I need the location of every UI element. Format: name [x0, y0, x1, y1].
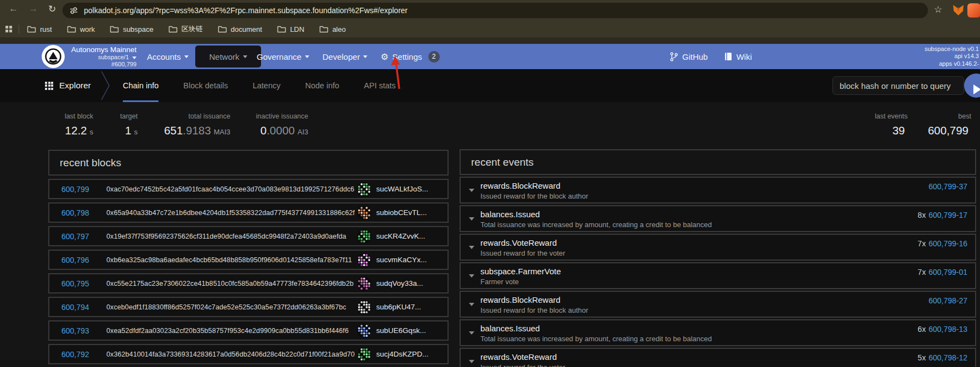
site-settings-icon[interactable] — [70, 7, 78, 14]
event-count: 6x — [917, 325, 926, 334]
event-block-link[interactable]: 600,799-37 — [928, 182, 967, 191]
expand-caret-icon[interactable] — [469, 189, 474, 192]
apps-grid-icon[interactable] — [5, 26, 12, 32]
block-author[interactable]: sudqVoy33a... — [376, 279, 441, 287]
browser-back-icon[interactable]: ← — [9, 3, 18, 14]
block-number-link[interactable]: 600,792 — [61, 350, 92, 359]
bookmark-item[interactable]: subspace — [110, 25, 154, 33]
browser-profile-avatar[interactable] — [967, 3, 980, 18]
expand-caret-icon[interactable] — [469, 331, 474, 335]
bookmark-star-icon[interactable]: ☆ — [934, 4, 942, 15]
summary-stat: inactive issuance 0.0000AI3 — [256, 112, 308, 137]
explorer-tab[interactable]: API stats — [364, 69, 396, 102]
recent-blocks-title: recent blocks — [60, 157, 121, 169]
author-identicon[interactable] — [357, 300, 371, 314]
event-name: subspace.FarmerVote — [480, 267, 561, 276]
explorer-tab[interactable]: Latency — [253, 69, 281, 102]
author-identicon[interactable] — [357, 206, 371, 220]
expand-caret-icon[interactable] — [469, 274, 474, 278]
block-number-link[interactable]: 600,798 — [61, 208, 92, 217]
block-number-link[interactable]: 600,793 — [61, 326, 92, 335]
address-bar[interactable]: polkadot.js.org/apps/?rpc=wss%3A%2F%2Frp… — [63, 3, 928, 18]
nav-network-label: Network — [209, 52, 239, 61]
block-author[interactable]: sucj4DsKZPD... — [376, 350, 441, 358]
stat-value: 651 — [164, 124, 183, 137]
browser-forward-icon[interactable]: → — [29, 3, 38, 14]
event-block-link[interactable]: 600,799-01 — [928, 268, 967, 276]
event-block-link[interactable]: 600,799-17 — [928, 211, 967, 219]
block-hash: 0xac70edc7452b5c42a5fd01fcaac4b054ccee3d… — [106, 185, 354, 193]
chevron-down-icon — [305, 55, 309, 58]
expand-caret-icon[interactable] — [469, 246, 474, 249]
bookmark-item[interactable]: 区块链 — [168, 24, 203, 34]
event-name: rewards.VoteReward — [480, 238, 557, 247]
block-author[interactable]: sucWALkfJoS... — [376, 185, 441, 193]
event-block-link[interactable]: 600,798-12 — [928, 353, 967, 362]
block-author[interactable]: subiobCEvTL... — [376, 208, 441, 217]
block-author[interactable]: subUE6Gqsk... — [376, 326, 441, 335]
stat-label: inactive issuance — [256, 112, 308, 120]
block-number-link[interactable]: 600,795 — [61, 279, 92, 288]
block-number-link[interactable]: 600,797 — [61, 232, 92, 241]
block-number-link[interactable]: 600,799 — [61, 185, 92, 194]
author-identicon[interactable] — [357, 324, 371, 338]
author-identicon[interactable] — [357, 182, 371, 196]
book-icon — [724, 52, 732, 61]
event-block-link[interactable]: 600,799-16 — [928, 239, 967, 248]
chain-info[interactable]: Autonomys Mainnet subspace/1 #600,799 — [0, 46, 137, 68]
event-description: Issued reward for the block author — [480, 306, 588, 314]
block-number-link[interactable]: 600,796 — [61, 256, 92, 264]
nav-accounts[interactable]: Accounts — [147, 44, 189, 69]
event-row: rewards.BlockReward Issued reward for th… — [460, 177, 976, 204]
github-link[interactable]: GitHub — [670, 52, 708, 61]
author-identicon[interactable] — [357, 347, 371, 362]
nav-network[interactable]: Network — [195, 46, 261, 67]
block-author[interactable]: sucvmKaCYx... — [376, 256, 441, 264]
stat-unit: AI3 — [297, 128, 308, 136]
expand-caret-icon[interactable] — [469, 303, 474, 306]
bookmark-item[interactable]: document — [218, 25, 262, 33]
chrome-bottom-strip — [0, 37, 980, 44]
git-branch-icon — [670, 52, 678, 61]
explorer-tab[interactable]: Node info — [305, 69, 339, 102]
api-version: api v14.3 — [925, 53, 979, 60]
expand-caret-icon[interactable] — [469, 360, 474, 363]
nav-developer[interactable]: Developer — [322, 44, 367, 69]
tab-label: Node info — [305, 81, 339, 90]
author-identicon[interactable] — [357, 276, 371, 291]
author-identicon[interactable] — [357, 253, 371, 267]
nav-settings[interactable]: ⚙ Settings 2 — [381, 44, 440, 69]
stat-label: total issuance — [164, 112, 230, 120]
metamask-extension-icon[interactable] — [952, 4, 965, 16]
explorer-tab[interactable]: Block details — [183, 69, 228, 102]
event-name: balances.Issued — [480, 210, 540, 219]
query-submit-button[interactable] — [964, 74, 980, 98]
stat-value: 600,799 — [928, 124, 968, 137]
event-block-link[interactable]: 600,798-27 — [928, 296, 967, 305]
block-query-input[interactable] — [832, 76, 964, 95]
block-author[interactable]: sucKR4ZvvK... — [376, 232, 441, 240]
block-number-link[interactable]: 600,794 — [61, 303, 92, 312]
bookmark-item[interactable]: work — [67, 25, 95, 33]
block-author[interactable]: sub6pKU47... — [376, 303, 441, 311]
chevron-down-icon — [132, 57, 137, 59]
explorer-tab[interactable]: Chain info — [123, 69, 158, 102]
event-count: 7x — [917, 268, 926, 276]
bookmarks-bar: rust work subspace 区块链 document LDN aleo — [0, 21, 980, 37]
bookmark-item[interactable]: aleo — [319, 25, 346, 33]
expand-caret-icon[interactable] — [469, 217, 474, 221]
event-block-link[interactable]: 600,798-13 — [928, 325, 967, 334]
browser-reload-icon[interactable]: ↻ — [48, 3, 56, 15]
stat-value-minor: .0000 — [267, 124, 294, 137]
chain-name: Autonomys Mainnet — [0, 46, 137, 54]
block-row: 600,798 0x65a940a33b47c72e1b6dbee4204db1… — [48, 202, 449, 223]
block-hash: 0x65a940a33b47c72e1b6dbee4204db1f5335832… — [106, 209, 355, 217]
bookmark-label: document — [231, 25, 262, 33]
author-identicon[interactable] — [357, 229, 371, 244]
bookmark-item[interactable]: rust — [27, 25, 52, 33]
breadcrumb-explorer[interactable]: Explorer — [45, 69, 91, 102]
bookmark-item[interactable]: LDN — [277, 25, 304, 33]
wiki-link[interactable]: Wiki — [724, 52, 752, 61]
nav-governance[interactable]: Governance — [257, 44, 309, 69]
breadcrumb-divider — [101, 71, 111, 100]
